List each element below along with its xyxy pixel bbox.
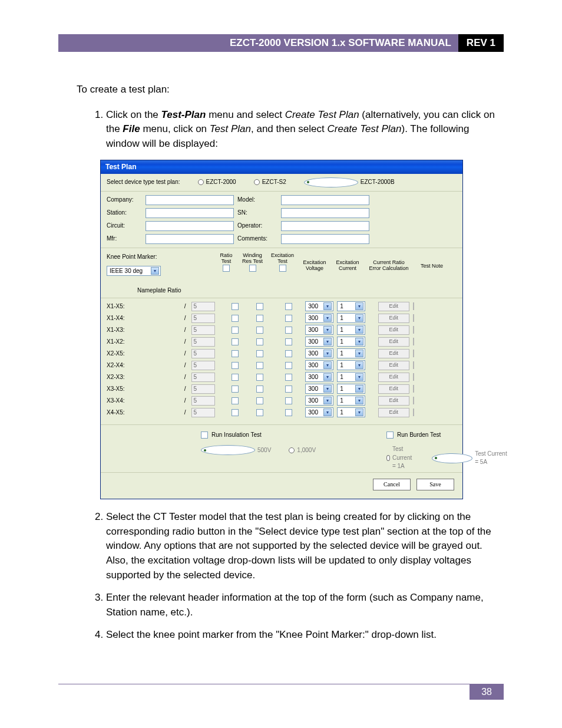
winding-checkbox[interactable] — [256, 409, 263, 416]
company-input[interactable] — [146, 195, 234, 205]
test-note-field[interactable] — [413, 302, 414, 310]
edit-button[interactable]: Edit — [378, 361, 409, 370]
excitation-current-select[interactable]: 1▾ — [337, 301, 365, 311]
excitation-checkbox[interactable] — [285, 386, 292, 393]
winding-checkbox[interactable] — [256, 315, 263, 322]
excitation-current-select[interactable]: 1▾ — [337, 372, 365, 382]
excitation-voltage-select[interactable]: 300▾ — [305, 360, 333, 370]
checkbox[interactable] — [249, 265, 256, 272]
station-input[interactable] — [146, 208, 234, 218]
radio-1000v[interactable]: 1,000V — [289, 445, 316, 455]
edit-button[interactable]: Edit — [378, 337, 409, 347]
ratio-checkbox[interactable] — [232, 409, 239, 416]
operator-input[interactable] — [281, 221, 369, 231]
excitation-current-select[interactable]: 1▾ — [337, 325, 365, 335]
excitation-checkbox[interactable] — [285, 303, 292, 310]
winding-checkbox[interactable] — [256, 338, 263, 345]
edit-button[interactable]: Edit — [378, 373, 409, 382]
winding-checkbox[interactable] — [256, 397, 263, 404]
excitation-current-select[interactable]: 1▾ — [337, 313, 365, 323]
ratio-checkbox[interactable] — [232, 303, 239, 310]
excitation-checkbox[interactable] — [285, 362, 292, 369]
ratio-checkbox[interactable] — [232, 350, 239, 357]
checkbox[interactable] — [279, 265, 286, 272]
edit-button[interactable]: Edit — [378, 314, 409, 323]
radio-ezct-2000b[interactable]: EZCT-2000B — [304, 177, 395, 187]
excitation-checkbox[interactable] — [285, 315, 292, 322]
run-burden-checkbox[interactable] — [386, 431, 394, 439]
excitation-current-select[interactable]: 1▾ — [337, 384, 365, 394]
excitation-current-select[interactable]: 1▾ — [337, 360, 365, 370]
excitation-voltage-select[interactable]: 300▾ — [305, 348, 333, 358]
radio-ezct-2000[interactable]: EZCT-2000 — [198, 178, 236, 187]
ratio-checkbox[interactable] — [232, 315, 239, 322]
excitation-voltage-select[interactable]: 300▾ — [305, 407, 333, 417]
checkbox[interactable] — [223, 265, 230, 272]
edit-button[interactable]: Edit — [378, 396, 409, 406]
nameplate-value[interactable]: 5 — [191, 408, 215, 417]
excitation-voltage-select[interactable]: 300▾ — [305, 325, 333, 335]
edit-button[interactable]: Edit — [378, 384, 409, 394]
excitation-voltage-select[interactable]: 300▾ — [305, 313, 333, 323]
radio-5a[interactable]: Test Current = 5A — [432, 445, 508, 471]
winding-checkbox[interactable] — [256, 350, 263, 357]
knee-point-select[interactable]: IEEE 30 deg▾ — [107, 266, 161, 276]
test-note-field[interactable] — [413, 409, 414, 416]
nameplate-value[interactable]: 5 — [191, 373, 215, 382]
excitation-voltage-select[interactable]: 300▾ — [305, 337, 333, 347]
sn-input[interactable] — [281, 208, 369, 218]
radio-1a[interactable]: Test Current = 1A — [386, 445, 414, 471]
excitation-voltage-select[interactable]: 300▾ — [305, 301, 333, 311]
excitation-checkbox[interactable] — [285, 338, 292, 345]
test-note-field[interactable] — [413, 326, 414, 334]
excitation-current-select[interactable]: 1▾ — [337, 348, 365, 358]
nameplate-value[interactable]: 5 — [191, 337, 215, 347]
excitation-voltage-select[interactable]: 300▾ — [305, 396, 333, 406]
nameplate-value[interactable]: 5 — [191, 314, 215, 323]
edit-button[interactable]: Edit — [378, 325, 409, 335]
winding-checkbox[interactable] — [256, 386, 263, 393]
cancel-button[interactable]: Cancel — [373, 479, 411, 490]
excitation-checkbox[interactable] — [285, 350, 292, 357]
ratio-checkbox[interactable] — [232, 397, 239, 404]
radio-ezct-s2[interactable]: EZCT-S2 — [254, 178, 286, 187]
test-note-field[interactable] — [413, 397, 414, 404]
excitation-current-select[interactable]: 1▾ — [337, 337, 365, 347]
excitation-checkbox[interactable] — [285, 397, 292, 404]
ratio-checkbox[interactable] — [232, 374, 239, 381]
nameplate-value[interactable]: 5 — [191, 325, 215, 335]
excitation-voltage-select[interactable]: 300▾ — [305, 384, 333, 394]
excitation-checkbox[interactable] — [285, 409, 292, 416]
nameplate-value[interactable]: 5 — [191, 349, 215, 358]
comments-input[interactable] — [281, 234, 369, 244]
nameplate-value[interactable]: 5 — [191, 396, 215, 406]
edit-button[interactable]: Edit — [378, 302, 409, 311]
test-note-field[interactable] — [413, 338, 414, 345]
test-note-field[interactable] — [413, 385, 414, 393]
edit-button[interactable]: Edit — [378, 408, 409, 417]
excitation-current-select[interactable]: 1▾ — [337, 396, 365, 406]
nameplate-value[interactable]: 5 — [191, 361, 215, 370]
test-note-field[interactable] — [413, 361, 414, 369]
ratio-checkbox[interactable] — [232, 386, 239, 393]
ratio-checkbox[interactable] — [232, 362, 239, 369]
winding-checkbox[interactable] — [256, 362, 263, 369]
winding-checkbox[interactable] — [256, 374, 263, 381]
winding-checkbox[interactable] — [256, 303, 263, 310]
run-insulation-checkbox[interactable] — [201, 431, 208, 439]
excitation-checkbox[interactable] — [285, 374, 292, 381]
save-button[interactable]: Save — [416, 479, 454, 490]
model-input[interactable] — [281, 195, 369, 205]
winding-checkbox[interactable] — [256, 327, 263, 334]
test-note-field[interactable] — [413, 350, 414, 357]
test-note-field[interactable] — [413, 314, 414, 322]
excitation-current-select[interactable]: 1▾ — [337, 407, 365, 417]
ratio-checkbox[interactable] — [232, 327, 239, 334]
edit-button[interactable]: Edit — [378, 349, 409, 358]
ratio-checkbox[interactable] — [232, 338, 239, 345]
test-note-field[interactable] — [413, 373, 414, 381]
mfr-input[interactable] — [146, 234, 234, 244]
radio-500v[interactable]: 500V — [201, 445, 271, 455]
nameplate-value[interactable]: 5 — [191, 384, 215, 394]
excitation-voltage-select[interactable]: 300▾ — [305, 372, 333, 382]
